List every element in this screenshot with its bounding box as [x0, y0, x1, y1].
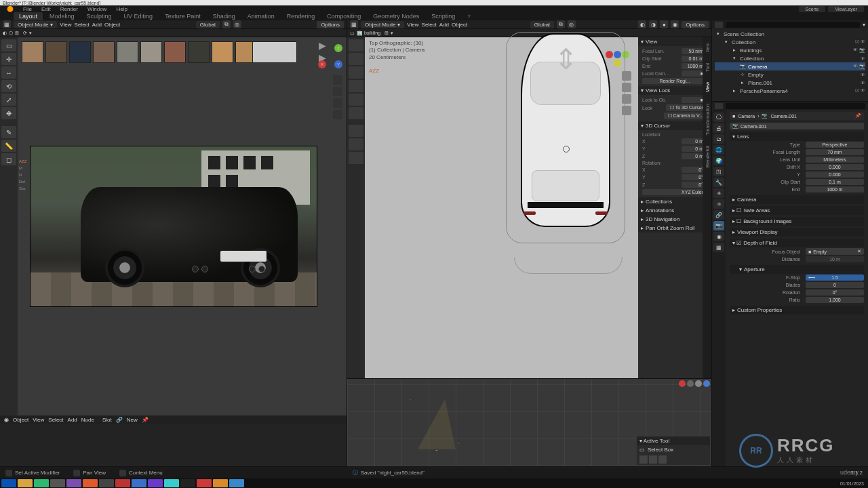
- tool-select[interactable]: [349, 39, 363, 52]
- ned-link-icon[interactable]: 🔗: [116, 417, 123, 423]
- outliner-collection[interactable]: ▾Collection👁: [715, 54, 865, 62]
- taskbar-app[interactable]: [148, 479, 163, 487]
- taskbar-blender[interactable]: [213, 479, 228, 487]
- mode-dropdown[interactable]: Object Mode ▾: [361, 21, 404, 28]
- tab-layout[interactable]: Layout: [14, 12, 43, 20]
- snap-icon[interactable]: ⧉: [222, 20, 231, 28]
- aperture-ratio-field[interactable]: 1.000: [806, 297, 864, 303]
- filter-icon[interactable]: ▾: [863, 22, 865, 28]
- tab-sculpting[interactable]: Sculpting: [81, 12, 117, 20]
- ntab-blenderkit[interactable]: BlenderKit: [705, 143, 710, 170]
- taskbar-app[interactable]: [66, 479, 81, 487]
- shading-mode-icon[interactable]: ●: [660, 20, 668, 28]
- outliner-search[interactable]: [726, 22, 860, 28]
- sec-safe-areas[interactable]: ▸ ☐ Safe Areas: [730, 206, 864, 215]
- tool-scale[interactable]: [349, 94, 363, 106]
- drag-mode-icon[interactable]: [639, 455, 648, 464]
- tab-shading[interactable]: Shading: [208, 12, 241, 20]
- tool-scale[interactable]: ⤢: [1, 94, 16, 106]
- shading-mode-icon[interactable]: ◐: [638, 20, 646, 28]
- left-viewport[interactable]: ▭ ✛ ↔ ⟲ ⤢ ✥ ✎ 📏 ◻: [0, 37, 347, 415]
- sec-collections[interactable]: ▸ Collections: [638, 197, 711, 206]
- ntab-item[interactable]: Item: [705, 40, 710, 55]
- zoom-icon[interactable]: [333, 75, 342, 85]
- ned-obj[interactable]: Object: [13, 417, 28, 423]
- prop-tab-data-camera[interactable]: 📷: [713, 221, 724, 230]
- taskbar-app[interactable]: [197, 479, 212, 487]
- asset-thumb[interactable]: [212, 41, 233, 63]
- gizmo-toggle-icon[interactable]: ⟳: [23, 30, 27, 36]
- shading-ball-icon[interactable]: [695, 380, 702, 387]
- tool-measure[interactable]: 📏: [1, 140, 16, 152]
- render-icon[interactable]: 📷: [859, 47, 865, 53]
- tool-move[interactable]: ↔: [1, 66, 16, 79]
- hdr-add[interactable]: Add: [92, 22, 102, 28]
- tool-cursor[interactable]: ✛: [1, 53, 16, 65]
- hdr-object[interactable]: Object: [104, 22, 120, 28]
- prop-tab-scene[interactable]: 🌐: [713, 145, 724, 155]
- tab-scripting[interactable]: Scripting: [426, 12, 460, 20]
- prop-tab-physics[interactable]: ⚛: [713, 199, 724, 209]
- lens-unit-dd[interactable]: Millimeters: [806, 157, 864, 163]
- clip-start-field[interactable]: 0.1 m: [806, 179, 864, 185]
- hdr-view[interactable]: View: [407, 22, 418, 28]
- persp-icon[interactable]: [333, 110, 342, 119]
- select-mode-icon[interactable]: ▭: [350, 30, 355, 36]
- tool-annotate[interactable]: ✎: [1, 126, 16, 138]
- start-button[interactable]: [1, 479, 16, 487]
- camera-datablock[interactable]: 📷 Camera.001: [730, 123, 864, 129]
- tool-transform[interactable]: [349, 107, 363, 119]
- sec-custom-props[interactable]: ▸ Custom Properties: [730, 306, 864, 314]
- menu-edit[interactable]: Edit: [37, 5, 55, 13]
- tab-rendering[interactable]: Rendering: [281, 12, 321, 20]
- taskbar-app[interactable]: [115, 479, 130, 487]
- asset-thumb[interactable]: [188, 41, 210, 63]
- tab-compositing[interactable]: Compositing: [321, 12, 366, 20]
- drag-mode-icon[interactable]: [658, 455, 667, 464]
- eye-icon[interactable]: 👁: [861, 88, 865, 94]
- mid-viewport-bottom[interactable]: ▾ Active Tool ▭Select Box: [347, 378, 711, 466]
- tool-annotate[interactable]: [349, 125, 363, 137]
- eye-icon[interactable]: 👁: [861, 81, 865, 85]
- menu-file[interactable]: File: [19, 5, 36, 13]
- asset-wide-thumb[interactable]: [252, 41, 297, 63]
- outliner-camera[interactable]: 📷Camera👁📷: [715, 62, 865, 70]
- shading-ball-icon[interactable]: [687, 380, 694, 387]
- pan-icon[interactable]: [333, 87, 342, 96]
- ned-slot[interactable]: Slot: [102, 417, 112, 423]
- pin-icon[interactable]: 📌: [855, 113, 861, 119]
- camera-icon[interactable]: [333, 98, 342, 108]
- outliner-porsche[interactable]: ▸PorschePanamera4☑👁: [715, 87, 865, 95]
- prop-tab-texture[interactable]: ▦: [713, 243, 724, 252]
- tab-modeling[interactable]: Modeling: [44, 12, 80, 20]
- shading-mode-icon[interactable]: ◉: [671, 20, 679, 28]
- outliner-buildings[interactable]: ▸Buildings👁📷: [715, 46, 865, 54]
- hdr-select[interactable]: Select: [75, 22, 90, 28]
- sec-aperture[interactable]: ▾ Aperture: [730, 265, 864, 274]
- focal-length-field[interactable]: 70 mm: [806, 149, 864, 155]
- menu-help[interactable]: Help: [112, 5, 131, 13]
- taskbar-app[interactable]: [132, 479, 146, 487]
- sec-annotations[interactable]: ▸ Annotations: [638, 206, 711, 215]
- clip-end-field[interactable]: 1000 m: [806, 186, 864, 192]
- eye-icon[interactable]: 👁: [861, 39, 865, 45]
- tab-add[interactable]: +: [462, 12, 476, 20]
- clock[interactable]: 01/01/2023: [840, 481, 867, 486]
- eye-icon[interactable]: 👁: [861, 56, 865, 61]
- overlay-icon[interactable]: ⊞: [15, 30, 19, 36]
- asset-thumb[interactable]: [22, 41, 43, 63]
- tool-move[interactable]: [349, 66, 363, 79]
- editor-type-icon[interactable]: [715, 103, 723, 109]
- ned-new[interactable]: New: [127, 417, 138, 423]
- tab-uv[interactable]: UV Editing: [119, 12, 159, 20]
- tool-cursor[interactable]: [349, 53, 363, 65]
- taskbar-app[interactable]: [50, 479, 65, 487]
- prop-tab-constraint[interactable]: 🔗: [713, 210, 724, 220]
- eye-icon[interactable]: 👁: [853, 47, 858, 53]
- taskbar-app[interactable]: [180, 479, 195, 487]
- editor-type-icon[interactable]: ▦: [3, 20, 11, 28]
- tool-addcube[interactable]: ◻: [1, 153, 16, 165]
- lens-type-dd[interactable]: Perspective: [806, 142, 864, 148]
- tool-select[interactable]: ▭: [1, 39, 16, 52]
- orientation-dd[interactable]: Global: [196, 21, 220, 28]
